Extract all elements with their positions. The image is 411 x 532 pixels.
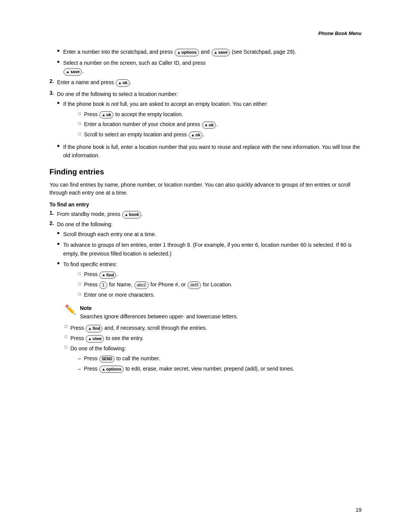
save-btn-2: ▲save [64,68,82,76]
bullet-1: Enter a number into the scratchpad, and … [49,48,362,56]
finding-entries-intro: You can find entries by name, phone numb… [49,181,362,197]
step-3-sub-bullets: Press ▲ok to accept the empty location. … [63,110,268,139]
send-btn: SEND [99,356,115,363]
after-note-bullets: Press ▲find and, if necessary, scroll th… [49,324,362,374]
ok-btn-sub2: ▲ok [202,121,216,129]
dash-2: Press ▲options to edit, erase, make secr… [78,364,295,373]
find-step-2: 2. Do one of the following: [49,220,362,228]
find-sub-1: Press ▲find. [78,270,232,279]
step-2: 2. Enter a name and press ▲ok. [49,78,362,87]
page-header: Phone Book Menu [49,30,362,36]
sub-bullet-1: Press ▲ok to accept the empty location. [78,110,268,119]
find-btn-2: ▲find [86,325,102,332]
save-btn-1: ▲save [212,49,230,56]
find-step-1: 1. From standby mode, press ▲book. [49,210,362,219]
step-3-bullets: If the phone book is not full, you are a… [49,100,362,160]
ok-btn-step2: ▲ok [116,79,130,87]
find-step-2-bullets: Scroll through each entry one at a time.… [49,230,362,300]
abc2-btn: abc2 [134,281,149,289]
step-3-bullet-1: If the phone book is not full, you are a… [49,100,362,141]
find-bullet-3: To find specific entries: Press ▲find. P… [49,260,362,300]
step-3-bullet-2: If the phone book is full, enter a locat… [49,143,362,160]
options-btn-2: ▲options [99,366,124,373]
bullet-2: Select a number on the screen, such as C… [49,59,362,76]
page-number: 19 [355,507,362,513]
ok-btn-sub1: ▲ok [99,111,113,119]
dash-1: Press SEND to call the number. [78,354,295,363]
options-btn-1: ▲options [175,49,199,56]
find-sub-2: Press 1 for Name, abc2 for Phone #, or d… [78,280,232,289]
step-3: 3. Do one of the following to select a l… [49,90,362,98]
to-find-label: To find an entry [49,201,362,208]
find-bullet-2: To advance to groups of ten entries, ent… [49,241,362,258]
find-bullet-1: Scroll through each entry one at a time. [49,230,362,238]
book-btn: ▲book [122,211,141,219]
note-icon: ✏️ [65,304,76,315]
find-sub-3: Enter one or more characters. [78,291,232,299]
ok-btn-sub3: ▲ok [189,131,203,139]
after-note-1: Press ▲find and, if necessary, scroll th… [65,324,362,332]
sub-bullet-2: Enter a location number of your choice a… [78,120,268,129]
note-box: ✏️ Note Searches ignore differences betw… [65,305,362,321]
after-note-2: Press ▲view to see the entry. [65,334,362,343]
finding-entries-heading: Finding entries [49,168,362,176]
top-bullets-list: Enter a number into the scratchpad, and … [49,48,362,76]
find-sub-bullets: Press ▲find. Press 1 for Name, abc2 for … [63,270,232,299]
sub-bullet-3: Scroll to select an empty location and p… [78,130,268,139]
num1-btn: 1 [99,281,107,289]
note-title: Note [80,305,362,311]
def3-btn: def3 [188,281,201,289]
find-btn-1: ▲find [99,272,116,279]
after-note-3: Do one of the following: Press SEND to c… [65,344,362,375]
page: Phone Book Menu Enter a number into the … [0,0,411,532]
view-btn: ▲view [86,335,104,343]
after-note-sub: Press SEND to call the number. Press ▲op… [70,354,295,373]
note-text: Searches ignore differences between uppe… [80,313,362,321]
